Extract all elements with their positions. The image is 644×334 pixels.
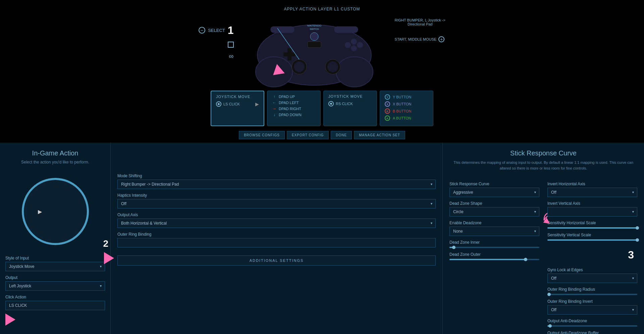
stick-response-wrapper[interactable]: Aggressive: [449, 188, 539, 197]
invert-v-select[interactable]: [547, 207, 637, 217]
svg-rect-3: [271, 27, 294, 33]
outer-ring-invert-select[interactable]: Off: [547, 305, 637, 315]
invert-h-select[interactable]: Off: [547, 188, 637, 197]
right-bumper-label: RIGHT BUMPER, L Joystick -> Directional …: [395, 18, 445, 26]
square-icon: [228, 42, 234, 48]
middle-panel: Mode Shifting Right Bumper -> Directiona…: [111, 143, 443, 334]
outer-ring-value: [117, 238, 436, 247]
outer-ring-invert-wrapper[interactable]: Off: [547, 305, 637, 315]
done-button[interactable]: DONE: [331, 131, 352, 139]
controller-image: NINTENDO SWITCH: [244, 15, 385, 89]
pink-arrow-additional: [104, 252, 114, 266]
select-minus-icon: −: [199, 27, 205, 34]
mode-shifting-wrapper[interactable]: Right Bumper -> Directional Pad: [117, 180, 436, 189]
outer-ring-invert-label: Outer Ring Binding Invert: [547, 299, 637, 304]
style-label: Style of Input: [5, 256, 105, 260]
svg-point-13: [351, 45, 357, 51]
browse-configs-button[interactable]: BROWSE CONFIGS: [239, 131, 285, 139]
svg-point-11: [345, 42, 351, 48]
export-config-button[interactable]: EXPORT CONFIG: [287, 131, 329, 139]
svg-point-12: [351, 39, 357, 45]
dead-zone-shape-select[interactable]: Circle: [449, 207, 539, 217]
svg-rect-4: [334, 27, 358, 33]
output-label: Output: [5, 275, 105, 280]
output-anti-deadzone-slider[interactable]: [547, 325, 637, 327]
dead-zone-outer-slider[interactable]: [449, 259, 539, 260]
haptics-select[interactable]: Off: [117, 199, 436, 208]
style-select[interactable]: Joystick Move: [5, 262, 105, 271]
joystick-ring: ▶: [22, 178, 89, 245]
haptics-wrapper[interactable]: Off: [117, 199, 436, 208]
enable-deadzone-wrapper[interactable]: None: [449, 227, 539, 236]
dpad-box[interactable]: ↑ DPAD UP ← DPAD LEFT → DPAD RIGHT ↓ DPA…: [267, 91, 321, 126]
additional-settings-area: ADDITIONAL SETTINGS: [117, 252, 436, 266]
x-button: X X BUTTON: [385, 101, 428, 107]
left-joystick-sub: LS CLICK ▶: [216, 101, 259, 107]
enable-deadzone-select[interactable]: None: [449, 227, 539, 236]
bottom-toolbar: BROWSE CONFIGS EXPORT CONFIG DONE MANAGE…: [239, 131, 405, 139]
right-joystick-box[interactable]: JOYSTICK MOVE RS CLICK: [323, 91, 377, 126]
svg-point-2: [336, 57, 373, 87]
stick-response-desc: This determines the mapping of analog in…: [449, 160, 637, 171]
left-joystick-box[interactable]: JOYSTICK MOVE LS CLICK ▶: [211, 91, 264, 126]
invert-h-label: Invert Horizontal Axis: [547, 182, 637, 186]
outer-ring-radius-label: Outer Ring Binding Radius: [547, 287, 637, 292]
a-circle: A: [385, 115, 390, 121]
annotation-2: 2: [103, 239, 108, 248]
extra-right-col: Gyro Lock at Edges Off Outer Ring Bindin…: [547, 264, 637, 334]
additional-settings-button[interactable]: ADDITIONAL SETTINGS: [117, 255, 436, 266]
annotation-1: 1: [228, 25, 234, 36]
sens-v-slider[interactable]: [547, 239, 637, 241]
svg-text:SWITCH: SWITCH: [310, 28, 319, 30]
sens-h-label: Sensitivity Horizontal Scale: [547, 221, 637, 225]
outer-ring-label: Outer Ring Binding: [117, 232, 436, 237]
svg-point-16: [310, 33, 318, 41]
sens-v-label: Sensitivity Vertical Scale: [547, 233, 637, 237]
start-plus-icon: +: [438, 36, 444, 42]
dpad-right: → DPAD RIGHT: [272, 106, 316, 111]
output-axis-select[interactable]: Both Horizontal & Vertical: [117, 219, 436, 228]
face-buttons-box[interactable]: Y Y BUTTON X X BUTTON B B BUTTON A A BUT…: [380, 91, 433, 126]
dpad-up: ↑ DPAD UP: [272, 94, 316, 99]
click-action-value: LS CLICK: [5, 301, 105, 310]
select-button[interactable]: − SELECT 1: [199, 25, 233, 36]
output-select[interactable]: Left Joystick: [5, 281, 105, 291]
right-settings-col: 3 Invert Horizontal Axis Off Invert Vert…: [547, 178, 637, 260]
gyro-lock-wrapper[interactable]: Off: [547, 274, 637, 283]
output-axis-wrapper[interactable]: Both Horizontal & Vertical: [117, 219, 436, 228]
y-circle: Y: [385, 94, 390, 100]
manage-action-set-button[interactable]: MANAGE ACTION SET: [354, 131, 405, 139]
in-game-title: In-Game Action: [5, 149, 105, 157]
y-button: Y Y BUTTON: [385, 94, 428, 100]
mode-shifting-select[interactable]: Right Bumper -> Directional Pad: [117, 180, 436, 189]
stick-response-select[interactable]: Aggressive: [449, 188, 539, 197]
a-button: A A BUTTON: [385, 115, 428, 121]
invert-v-label: Invert Vertical Axis: [547, 201, 637, 206]
output-select-wrapper[interactable]: Left Joystick: [5, 281, 105, 291]
style-select-wrapper[interactable]: Joystick Move: [5, 262, 105, 271]
stick-response-title: Stick Response Curve: [449, 149, 637, 157]
invert-v-wrapper[interactable]: [547, 207, 637, 217]
dead-zone-inner-slider[interactable]: [449, 247, 539, 248]
right-joystick-title: JOYSTICK MOVE: [328, 94, 372, 98]
dead-zone-shape-wrapper[interactable]: Circle: [449, 207, 539, 217]
start-label: START, MIDDLE MOUSE +: [395, 36, 445, 42]
mode-shifting-label: Mode Shifting: [117, 174, 436, 178]
dead-zone-inner-label: Dead Zone Inner: [449, 240, 539, 245]
arrow-additional: [5, 314, 105, 326]
select-label: SELECT: [208, 28, 225, 33]
output-anti-deadzone-label: Output Anti-Deadzone: [547, 319, 637, 323]
svg-point-10: [327, 61, 338, 72]
joystick-cursor: ▶: [38, 208, 42, 215]
sens-h-slider[interactable]: [547, 227, 637, 229]
annotation-3: 3: [628, 249, 634, 260]
b-button: B B BUTTON: [385, 108, 428, 114]
invert-h-wrapper[interactable]: Off: [547, 188, 637, 197]
gyro-lock-select[interactable]: Off: [547, 274, 637, 283]
x-circle: X: [385, 101, 390, 107]
outer-ring-radius-slider[interactable]: [547, 294, 637, 295]
b-circle: B: [385, 108, 390, 114]
gyro-lock-label: Gyro Lock at Edges: [547, 268, 637, 272]
stick-response-label: Stick Response Curve: [449, 182, 539, 186]
left-panel: In-Game Action Select the action you'd l…: [0, 143, 111, 334]
